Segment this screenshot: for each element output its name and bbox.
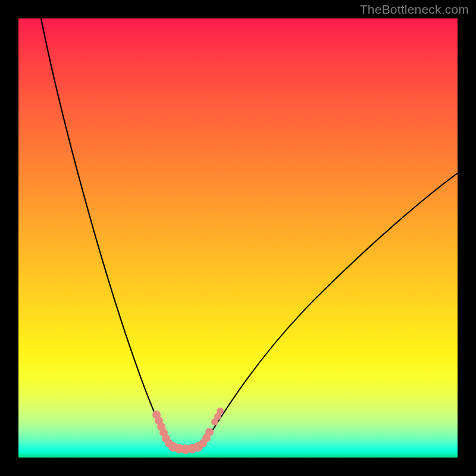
plot-area xyxy=(18,18,458,458)
watermark-text: TheBottleneck.com xyxy=(360,2,469,17)
svg-point-15 xyxy=(211,418,218,425)
svg-point-13 xyxy=(205,428,214,436)
curve-overlay xyxy=(18,18,458,458)
chart-frame: TheBottleneck.com xyxy=(0,0,476,476)
highlight-dots xyxy=(152,408,224,454)
right-curve xyxy=(203,173,458,446)
left-curve xyxy=(41,18,171,446)
svg-point-16 xyxy=(217,408,224,415)
